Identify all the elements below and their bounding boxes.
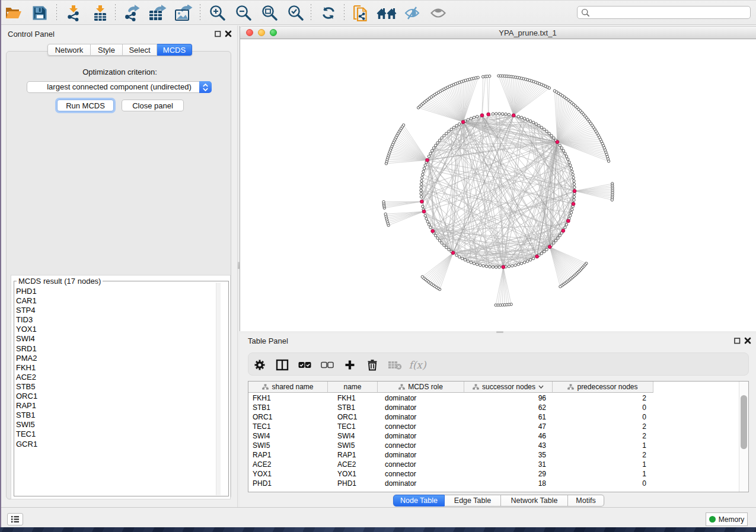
import-network-button[interactable]: [62, 2, 85, 24]
clone-network-button[interactable]: [349, 2, 372, 24]
trash-icon: [367, 359, 378, 371]
refresh-layout-button[interactable]: [317, 2, 340, 24]
open-session-button[interactable]: [2, 2, 25, 24]
table-scrollbar[interactable]: [739, 382, 748, 492]
export-table-icon: [148, 5, 167, 21]
float-table-panel-button[interactable]: [733, 337, 741, 344]
mcds-results-panel: MCDS result (17 nodes) PHD1CAR1STP4TID3Y…: [11, 275, 231, 499]
create-column-button[interactable]: [340, 355, 360, 374]
zoom-fit-button[interactable]: [257, 2, 281, 24]
table-cell: 46: [464, 431, 553, 441]
find-network-button[interactable]: [375, 2, 398, 24]
table-row[interactable]: STB1STB1dominator620: [248, 403, 653, 412]
network-graph[interactable]: [240, 40, 756, 331]
search-field[interactable]: [577, 6, 751, 19]
column-header-shared-name[interactable]: shared name: [248, 382, 328, 393]
maximize-window-icon[interactable]: [270, 29, 277, 36]
mcds-result-list[interactable]: PHD1CAR1STP4TID3YOX1SWI4SRD1PMA2FKH1ACE2…: [15, 287, 219, 496]
column-header-MCDS-role[interactable]: MCDS role: [378, 382, 464, 393]
table-cell: connector: [378, 469, 464, 479]
result-list-scrollbar[interactable]: [216, 283, 221, 495]
result-item[interactable]: STP4: [15, 306, 219, 315]
table-bottom-tabs: Node TableEdge TableNetwork TableMotifs: [393, 495, 604, 507]
result-item[interactable]: FKH1: [15, 363, 219, 373]
delete-table-button[interactable]: [385, 355, 405, 374]
search-input[interactable]: [590, 7, 750, 18]
table-row[interactable]: SWI5SWI5connector431: [248, 441, 653, 450]
task-history-button[interactable]: [7, 513, 23, 525]
tab-mcds[interactable]: MCDS: [157, 44, 192, 56]
result-item[interactable]: STB5: [15, 382, 219, 392]
result-item[interactable]: SRD1: [15, 344, 219, 354]
toolbar-separator: [115, 4, 116, 22]
tab-network[interactable]: Network: [47, 44, 91, 56]
result-item[interactable]: SWI5: [15, 420, 219, 430]
result-item[interactable]: TEC1: [15, 430, 219, 439]
save-session-button[interactable]: [28, 2, 52, 24]
delete-column-button[interactable]: [362, 355, 382, 374]
table-row[interactable]: PHD1PHD1dominator180: [248, 479, 653, 488]
criterion-select[interactable]: largest connected component (undirected): [27, 81, 212, 93]
memory-label: Memory: [719, 515, 744, 524]
result-item[interactable]: TID3: [15, 315, 219, 325]
result-item[interactable]: SWI4: [15, 334, 219, 344]
import-network-icon: [66, 5, 81, 21]
table-toolbar: f(x): [248, 352, 749, 376]
export-table-button[interactable]: [146, 2, 170, 24]
tab-style[interactable]: Style: [91, 44, 123, 56]
table-row[interactable]: RAP1RAP1dominator352: [248, 450, 653, 460]
result-item[interactable]: STB1: [15, 411, 219, 420]
result-item[interactable]: PHD1: [15, 287, 219, 296]
zoom-selected-button[interactable]: [283, 2, 307, 24]
close-window-icon[interactable]: [246, 29, 253, 36]
table-row[interactable]: YOX1YOX1connector291: [248, 469, 653, 479]
table-row[interactable]: ORC1ORC1dominator610: [248, 412, 653, 422]
bottom-tab-motifs[interactable]: Motifs: [568, 495, 604, 507]
tab-select[interactable]: Select: [123, 44, 157, 56]
bottom-tab-edge-table[interactable]: Edge Table: [445, 495, 501, 507]
result-item[interactable]: YOX1: [15, 325, 219, 334]
export-network-button[interactable]: [121, 2, 145, 24]
bottom-tab-node-table[interactable]: Node Table: [393, 495, 445, 507]
import-table-button[interactable]: [88, 2, 112, 24]
column-visibility-button[interactable]: [272, 355, 292, 374]
table-cell: SWI4: [328, 431, 378, 441]
run-mcds-button[interactable]: Run MCDS: [57, 100, 114, 111]
function-builder-button[interactable]: f(x): [407, 355, 428, 374]
bottom-tab-network-table[interactable]: Network Table: [501, 495, 568, 507]
scrollbar-thumb[interactable]: [741, 395, 747, 449]
show-all-button[interactable]: [426, 2, 450, 24]
result-item[interactable]: CAR1: [15, 296, 219, 306]
table-cell: SWI5: [248, 441, 328, 450]
table-row[interactable]: TEC1TEC1connector472: [248, 422, 653, 431]
float-panel-button[interactable]: [214, 30, 221, 37]
result-item[interactable]: ORC1: [15, 392, 219, 401]
table-row[interactable]: SWI4SWI4dominator462: [248, 431, 653, 441]
table-cell: STB1: [248, 403, 328, 412]
column-header-successor-nodes[interactable]: successor nodes: [464, 382, 553, 393]
close-table-panel-button[interactable]: [744, 337, 751, 344]
memory-button[interactable]: Memory: [706, 512, 748, 526]
zoom-in-button[interactable]: [205, 2, 229, 24]
network-view[interactable]: [240, 40, 756, 331]
zoom-out-button[interactable]: [231, 2, 255, 24]
table-cell: FKH1: [248, 393, 328, 403]
table-settings-button[interactable]: [250, 355, 270, 374]
deselect-all-columns-button[interactable]: [317, 355, 337, 374]
export-image-button[interactable]: [172, 2, 196, 24]
close-panel-button-2[interactable]: Close panel: [122, 100, 184, 111]
close-panel-button[interactable]: [225, 30, 232, 37]
result-item[interactable]: ACE2: [15, 373, 219, 382]
column-header-predecessor-nodes[interactable]: predecessor nodes: [553, 382, 653, 393]
table-row[interactable]: ACE2ACE2connector311: [248, 460, 653, 469]
column-header-name[interactable]: name: [328, 382, 378, 393]
result-item[interactable]: PMA2: [15, 354, 219, 363]
select-all-columns-button[interactable]: [295, 355, 315, 374]
hide-selected-button[interactable]: [400, 2, 424, 24]
table-cell: 35: [464, 450, 553, 460]
table-row[interactable]: FKH1FKH1dominator962: [248, 393, 653, 403]
result-item[interactable]: RAP1: [15, 401, 219, 411]
minimize-window-icon[interactable]: [258, 29, 265, 36]
result-item[interactable]: GCR1: [15, 440, 219, 449]
network-titlebar[interactable]: YPA_prune.txt_1: [240, 26, 756, 39]
